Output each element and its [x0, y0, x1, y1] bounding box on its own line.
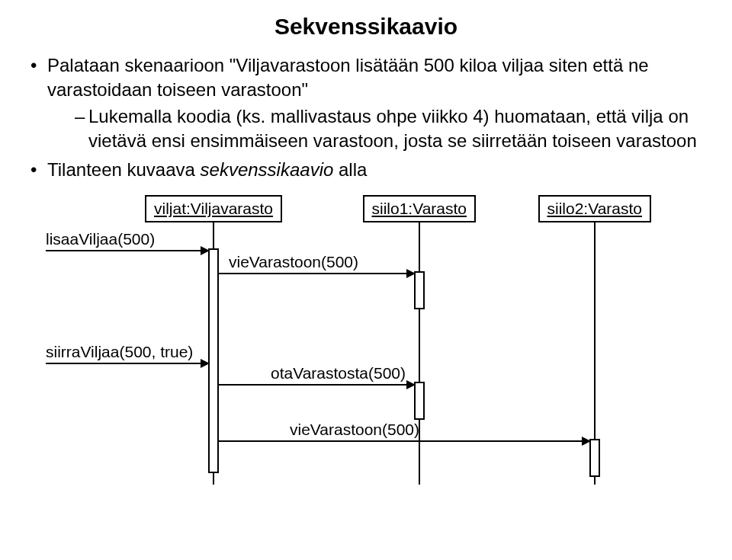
object-siilo1: siilo1:Varasto: [363, 195, 477, 222]
sub-bullet-1: Lukemalla koodia (ks. mallivastaus ohpe …: [75, 104, 705, 152]
bullet-2: Tilanteen kuvaava sekvenssikaavio alla: [30, 158, 705, 182]
label-vieVarastoon2: vieVarastoon(500): [290, 421, 419, 439]
label-lisaaViljaa: lisaaViljaa(500): [46, 230, 155, 248]
object-viljat: viljat:Viljavarasto: [145, 195, 282, 222]
arrow-siirraViljaa: [46, 363, 208, 364]
object-siilo2-label: siilo2:Varasto: [547, 200, 643, 217]
arrow-vieVarastoon1: [219, 273, 414, 274]
bullet-1: Palataan skenaarioon "Viljavarastoon lis…: [30, 53, 705, 153]
arrow-vieVarastoon2: [219, 440, 589, 442]
bullet-1-text: Palataan skenaarioon "Viljavarastoon lis…: [47, 55, 649, 100]
activation-siilo1-a: [414, 271, 425, 309]
bullet-2-italic: sekvenssikaavio: [201, 159, 334, 180]
label-otaVarastosta: otaVarastosta(500): [271, 364, 406, 382]
activation-viljat: [208, 248, 219, 473]
sub-list: Lukemalla koodia (ks. mallivastaus ohpe …: [47, 104, 705, 152]
lifeline-2: [419, 221, 420, 485]
activation-siilo1-b: [414, 382, 425, 420]
sequence-diagram: viljat:Viljavarasto siilo1:Varasto siilo…: [38, 195, 694, 500]
activation-siilo2: [589, 439, 600, 477]
arrow-otaVarastosta: [219, 384, 414, 386]
page-title: Sekvenssikaavio: [27, 14, 705, 40]
object-viljat-label: viljat:Viljavarasto: [154, 200, 273, 217]
bullet-list: Palataan skenaarioon "Viljavarastoon lis…: [27, 53, 705, 181]
label-siirraViljaa: siirraViljaa(500, true): [46, 343, 193, 361]
bullet-2-prefix: Tilanteen kuvaava: [47, 159, 201, 180]
object-siilo2: siilo2:Varasto: [538, 195, 652, 222]
label-vieVarastoon1: vieVarastoon(500): [229, 253, 358, 271]
object-siilo1-label: siilo1:Varasto: [372, 200, 467, 217]
arrow-lisaaViljaa: [46, 250, 208, 251]
bullet-2-suffix: alla: [333, 159, 367, 180]
